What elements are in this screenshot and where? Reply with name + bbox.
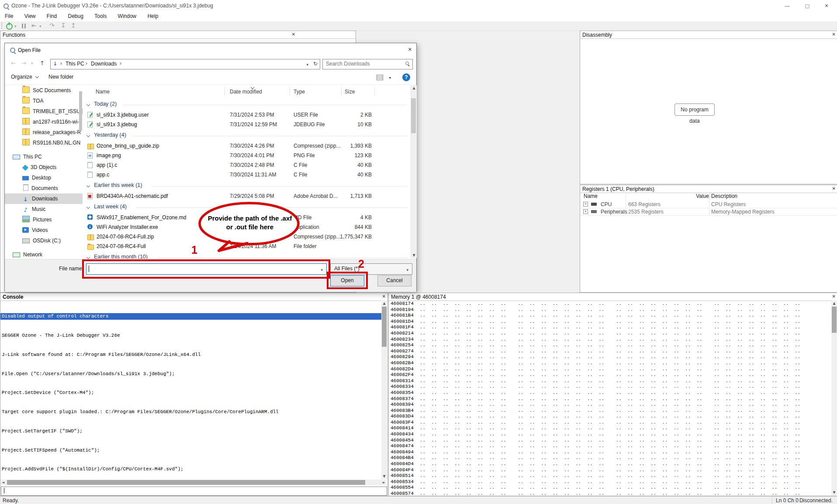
scroll-thumb[interactable]	[7, 480, 365, 485]
sidebar-item-desktop[interactable]: Desktop	[5, 173, 83, 183]
history-dropdown-icon[interactable]: ▾	[31, 61, 33, 66]
organize-button[interactable]: Organize	[11, 74, 38, 80]
sidebar-item-rs9116[interactable]: RS9116.NB0.NL.GN	[5, 138, 83, 148]
scroll-left-icon[interactable]: ◄	[2, 480, 4, 485]
scroll-up-icon[interactable]: ▲	[381, 300, 387, 306]
group-header-today[interactable]: Today (2)	[83, 98, 411, 110]
console-hscrollbar[interactable]: ◄ ►	[1, 480, 386, 485]
refresh-icon[interactable]: ↻	[311, 59, 320, 69]
sidebar-scroll-thumb[interactable]	[79, 91, 82, 131]
menu-debug[interactable]: Debug	[63, 12, 88, 21]
sidebar-item-toa[interactable]: TOA	[5, 96, 83, 106]
sidebar-item-pictures[interactable]: Pictures	[5, 214, 83, 225]
file-row[interactable]: BRD4340A-A01-schematic.pdf7/29/2024 5:08…	[83, 191, 411, 201]
sidebar-item-soc-documents[interactable]: SoC Documents	[5, 85, 83, 96]
expand-icon[interactable]: +	[583, 209, 588, 214]
sidebar-item-videos[interactable]: Videos	[5, 225, 83, 235]
sidebar-item-downloads[interactable]: ↓Downloads	[5, 193, 83, 204]
memory-close-icon[interactable]: ✕	[832, 294, 836, 299]
registers-close-icon[interactable]: ✕	[832, 186, 836, 191]
cancel-button[interactable]: Cancel	[377, 275, 412, 287]
console-line: File.Open ("C:/Users/latanner/Downloads/…	[0, 371, 381, 377]
sidebar-item-trimble[interactable]: TRIMBLE_BT_ISSUE	[5, 106, 83, 117]
column-size[interactable]: Size	[345, 89, 355, 95]
register-row-cpu[interactable]: + CPU 663 Registers CPU Registers	[580, 200, 837, 208]
pause-icon[interactable]	[24, 24, 26, 28]
file-row[interactable]: 2024-07-08-RC4-Full7/24/2024 11:36 AMFil…	[83, 242, 411, 251]
menu-view[interactable]: View	[20, 12, 41, 21]
sidebar-item-an1287[interactable]: an1287-rs9116n-wi-	[5, 117, 83, 127]
functions-close-icon[interactable]: ✕	[292, 32, 295, 37]
view-mode-icon[interactable]	[377, 75, 383, 80]
expand-icon[interactable]: +	[583, 202, 588, 207]
column-type[interactable]: Type	[294, 89, 305, 95]
file-row[interactable]: sl_si91x 3.jdebug7/31/2024 12:59 PMJDEBU…	[83, 120, 411, 129]
back-icon[interactable]: ←	[11, 60, 16, 66]
disassembly-close-icon[interactable]: ✕	[832, 32, 836, 37]
sidebar-item-network[interactable]: Network	[5, 249, 83, 258]
register-description: CPU Registers	[711, 201, 746, 207]
scroll-up-icon[interactable]: ▲	[411, 85, 417, 91]
address-dropdown-icon[interactable]: ▾	[306, 62, 308, 67]
sidebar-item-this-pc[interactable]: This PC	[5, 152, 83, 162]
sidebar-item-release-packages[interactable]: release_packages-R	[5, 127, 83, 138]
scroll-right-icon[interactable]: ►	[383, 480, 385, 485]
scroll-up-icon[interactable]: ▲	[831, 300, 837, 306]
pause-icon[interactable]	[22, 24, 23, 28]
group-header-earlier-week[interactable]: Earlier this week (1)	[83, 180, 411, 191]
console-vscrollbar[interactable]: ▲ ▼	[381, 300, 387, 479]
step-into-icon[interactable]: ↧	[61, 22, 66, 29]
menu-file[interactable]: File	[0, 12, 18, 21]
memory-row: 460081D4.. .. .. .. .. .. .. .. .. .. ..…	[391, 319, 831, 325]
group-header-yesterday[interactable]: Yesterday (4)	[83, 129, 411, 141]
sidebar-item-music[interactable]: ♪Music	[5, 204, 83, 214]
file-row[interactable]: app (1).c7/30/2024 2:48 PMC File40 KB	[83, 160, 411, 170]
scroll-thumb[interactable]	[832, 307, 837, 333]
register-row-peripherals[interactable]: + Peripherals 2535 Registers Memory-Mapp…	[580, 208, 837, 216]
breadcrumb[interactable]: ↓ › This PC › Downloads › ▾	[50, 59, 311, 69]
search-box[interactable]	[322, 59, 413, 69]
view-dropdown-icon[interactable]: ▾	[389, 76, 391, 80]
menu-help[interactable]: Help	[143, 12, 163, 21]
step-out-icon[interactable]: ↥	[71, 22, 76, 29]
new-folder-button[interactable]: New folder	[48, 74, 73, 80]
scroll-thumb[interactable]	[382, 307, 387, 347]
close-button[interactable]: ✕	[817, 0, 836, 12]
column-date-modified[interactable]: Date modified	[230, 89, 262, 95]
reset-dropdown-icon[interactable]: ▾	[39, 24, 42, 28]
column-name[interactable]: Name	[96, 89, 110, 95]
file-row[interactable]: 2024-07-08-RC4-Full.zipCompressed (zipp.…	[83, 232, 411, 242]
file-row[interactable]: image.png7/30/2024 4:01 PMPNG File123 KB	[83, 151, 411, 160]
menu-tools[interactable]: Tools	[90, 12, 111, 21]
file-row[interactable]: sl_si91x 3.jdebug.user7/31/2024 2:53 PMU…	[83, 110, 411, 120]
menu-window[interactable]: Window	[113, 12, 142, 21]
reset-icon[interactable]: ⇤	[31, 22, 37, 29]
file-row[interactable]: Ozone_bring_up_guide.zip7/30/2024 4:26 P…	[83, 141, 411, 151]
power-debug-icon[interactable]	[6, 23, 13, 30]
memory-vscrollbar[interactable]: ▲ ▼	[831, 300, 837, 495]
forward-icon[interactable]: →	[21, 60, 26, 66]
sidebar-item-osdisk[interactable]: OSDisk (C:)	[5, 235, 83, 246]
step-over-icon[interactable]: ↷	[49, 22, 55, 29]
minimize-button[interactable]: —	[778, 0, 797, 12]
dialog-close-icon[interactable]: ✕	[408, 47, 412, 52]
scroll-down-icon[interactable]: ▼	[831, 490, 837, 495]
sidebar-item-3d-objects[interactable]: 3D Objects	[5, 162, 83, 173]
up-icon[interactable]: ↑	[40, 60, 45, 66]
maximize-button[interactable]: ▢	[798, 0, 817, 12]
console-command-input[interactable]	[1, 487, 387, 496]
group-header-last-week[interactable]: Last week (4)	[83, 201, 411, 213]
memory-rows[interactable]: 46008174.. .. .. .. .. .. .. .. .. .. ..…	[391, 301, 831, 496]
crumb-separator: ›	[60, 60, 62, 66]
file-row[interactable]: app.c7/30/2024 11:31 AMC File40 KB	[83, 170, 411, 180]
search-input[interactable]	[325, 60, 401, 67]
scroll-thumb[interactable]	[411, 98, 416, 133]
breadcrumb-this-pc[interactable]: This PC	[66, 61, 84, 67]
breadcrumb-downloads[interactable]: Downloads	[91, 61, 117, 67]
scroll-down-icon[interactable]: ▼	[381, 473, 387, 479]
scroll-down-icon[interactable]: ▼	[411, 252, 417, 258]
power-dropdown-icon[interactable]: ▾	[14, 24, 17, 28]
help-icon[interactable]: ?	[402, 73, 410, 81]
menu-find[interactable]: Find	[42, 12, 62, 21]
sidebar-item-documents[interactable]: Documents	[5, 183, 83, 193]
